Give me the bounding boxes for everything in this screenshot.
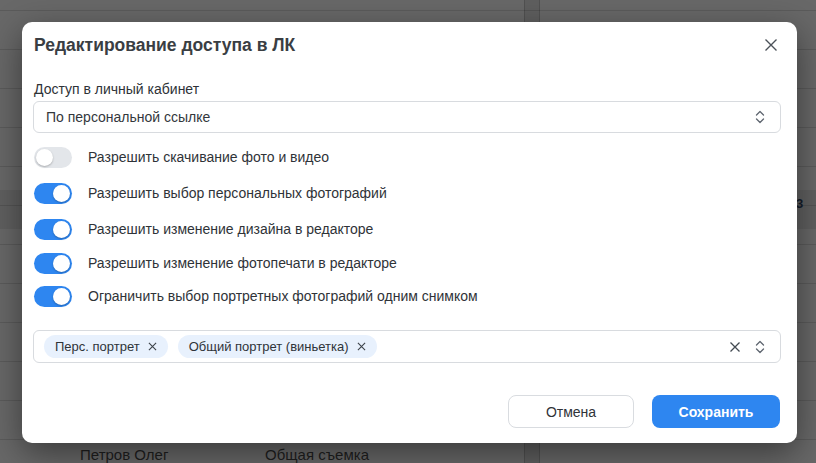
toggle-knob [53, 288, 70, 305]
table-cell-fragment: 3 [796, 196, 803, 211]
multiselect-chevron-icon [754, 339, 766, 355]
toggle-label: Разрешить выбор персональных фотографий [88, 182, 387, 204]
toggle-row: Ограничить выбор портретных фотографий о… [34, 285, 478, 307]
save-button[interactable]: Сохранить [652, 395, 780, 428]
access-select[interactable]: По персональной ссылке [33, 101, 781, 133]
select-label: Доступ в личный кабинет [34, 81, 199, 97]
toggle-print-edit[interactable] [34, 253, 72, 274]
toggle-knob [36, 149, 53, 166]
table-cell-shoot: Общая съемка [265, 446, 369, 463]
toggle-limit-portrait[interactable] [34, 286, 72, 307]
toggle-label: Ограничить выбор портретных фотографий о… [88, 285, 478, 307]
select-chevron-icon [754, 109, 766, 125]
screen: Петров Олег Общая съемка 3 Редактировани… [0, 0, 816, 463]
toggle-knob [53, 185, 70, 202]
tag-label: Перс. портрет [55, 339, 140, 354]
access-select-value: По персональной ссылке [46, 109, 754, 125]
cancel-button[interactable]: Отмена [508, 395, 634, 428]
toggle-design-edit[interactable] [34, 219, 72, 240]
x-icon [763, 37, 779, 53]
table-cell-name: Петров Олег [80, 446, 168, 463]
toggle-label: Разрешить изменение дизайна в редакторе [88, 218, 373, 240]
tag-label: Общий портрет (виньетка) [189, 339, 349, 354]
toggle-row: Разрешить скачивание фото и видео [34, 146, 329, 168]
toggle-knob [53, 255, 70, 272]
portrait-multiselect[interactable]: Перс. портрет Общий портрет (виньетка) [33, 330, 781, 363]
toggle-row: Разрешить изменение дизайна в редакторе [34, 218, 373, 240]
tag-remove-icon[interactable] [148, 342, 157, 351]
multiselect-tags: Перс. портрет Общий портрет (виньетка) [44, 335, 729, 358]
toggle-personal-photos[interactable] [34, 183, 72, 204]
toggle-row: Разрешить выбор персональных фотографий [34, 182, 387, 204]
edit-access-modal: Редактирование доступа в ЛК Доступ в лич… [22, 22, 797, 443]
toggle-row: Разрешить изменение фотопечати в редакто… [34, 252, 397, 274]
close-icon[interactable] [761, 35, 781, 55]
multiselect-controls [729, 339, 766, 355]
tag-remove-icon[interactable] [357, 342, 366, 351]
toggle-knob [53, 221, 70, 238]
toggle-download[interactable] [34, 147, 72, 168]
tag-common-portrait: Общий портрет (виньетка) [178, 335, 377, 358]
clear-all-icon[interactable] [729, 341, 741, 353]
toggle-label: Разрешить изменение фотопечати в редакто… [88, 252, 397, 274]
tag-pers-portrait: Перс. портрет [44, 335, 168, 358]
modal-title: Редактирование доступа в ЛК [34, 35, 295, 56]
toggle-label: Разрешить скачивание фото и видео [88, 146, 329, 168]
